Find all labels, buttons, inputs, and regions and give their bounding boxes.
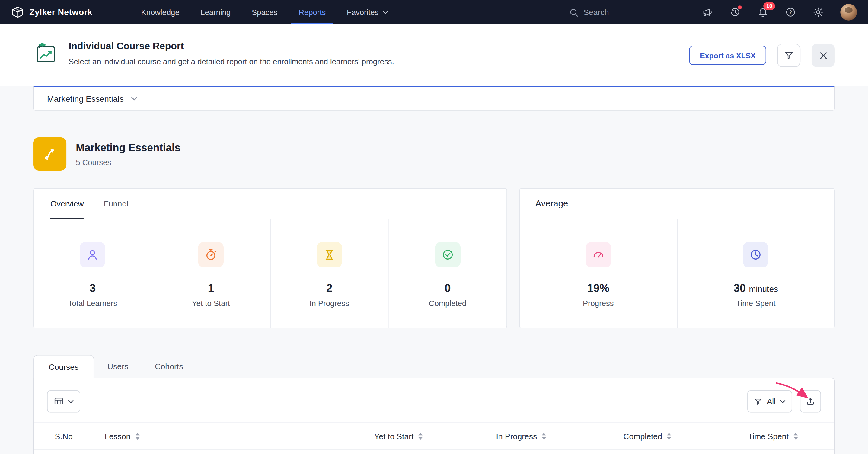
user-avatar[interactable] (840, 4, 857, 21)
search-label: Search (583, 8, 609, 17)
user-icon (80, 242, 105, 268)
export-xlsx-button[interactable]: Export as XLSX (689, 46, 766, 65)
export-icon (806, 396, 815, 406)
funnel-icon (784, 51, 794, 60)
notification-dot (738, 5, 742, 9)
overview-card-tabs: Overview Funnel (34, 189, 506, 219)
stat-label: In Progress (309, 299, 349, 308)
stat-label: Progress (583, 299, 614, 308)
nav-item-favorites[interactable]: Favorites (336, 0, 398, 25)
chevron-down-icon (382, 10, 388, 14)
tab-cohorts[interactable]: Cohorts (142, 355, 196, 378)
stat-label: Total Learners (68, 299, 117, 308)
sort-icon (793, 432, 799, 440)
stat-label: Completed (429, 299, 466, 308)
courses-table-panel: All S.No Lesson (33, 377, 835, 454)
activity-history-icon[interactable] (730, 7, 741, 18)
table-toolbar: All (34, 378, 834, 423)
search-control[interactable]: Search (569, 7, 609, 17)
stat-value: 19% (587, 282, 609, 295)
nav-links: Knowledge Learning Spaces Reports Favori… (131, 0, 399, 25)
filter-button[interactable] (777, 44, 800, 67)
stat-value: 0 (444, 282, 451, 295)
sort-icon (666, 432, 672, 440)
stat-value: 3 (90, 282, 96, 295)
column-header-lesson[interactable]: Lesson (105, 432, 374, 441)
stat-yet-to-start: 1 Yet to Start (152, 219, 270, 328)
overview-card: Overview Funnel 3 Total Learners (33, 188, 507, 328)
column-header-time-spent[interactable]: Time Spent (748, 432, 834, 441)
announcement-icon[interactable] (702, 7, 713, 18)
column-header-yet-to-start[interactable]: Yet to Start (374, 432, 496, 441)
table-export-button[interactable] (800, 390, 821, 412)
brand-name: Zylker Network (29, 7, 92, 17)
column-selector-button[interactable] (47, 390, 80, 412)
stopwatch-icon (198, 242, 224, 268)
column-header-sno: S.No (55, 432, 105, 441)
chevron-down-icon (780, 399, 785, 403)
funnel-icon (754, 397, 763, 406)
active-tab-underline (51, 218, 84, 219)
course-selector-dropdown[interactable]: Marketing Essentials (33, 86, 835, 111)
nav-icon-group: 10 ? (702, 4, 857, 21)
stat-in-progress: 2 In Progress (270, 219, 388, 328)
average-card: Average 19% Progress (519, 188, 835, 328)
close-icon (818, 51, 828, 60)
average-stats: 19% Progress 30 minutes Time Spent (520, 219, 834, 328)
column-header-completed[interactable]: Completed (623, 432, 748, 441)
sort-icon (417, 432, 424, 440)
bell-icon[interactable]: 10 (757, 7, 768, 18)
course-selector-value: Marketing Essentials (47, 94, 124, 103)
notification-count-badge: 10 (764, 2, 775, 10)
tab-funnel[interactable]: Funnel (104, 189, 128, 218)
stat-value: 1 (208, 282, 214, 295)
page-subtitle: Select an individual course and get a de… (68, 57, 394, 66)
filter-value: All (767, 397, 776, 406)
brand-logo-icon (11, 5, 25, 19)
tab-overview[interactable]: Overview (51, 189, 84, 218)
clock-icon (743, 242, 768, 268)
stat-time-spent: 30 minutes Time Spent (677, 219, 834, 328)
course-count: 5 Courses (76, 158, 181, 166)
stat-unit: minutes (749, 284, 778, 294)
overview-stats: 3 Total Learners 1 Yet to Start (34, 219, 506, 328)
toolbar-right: All (748, 390, 821, 412)
course-header: Marketing Essentials 5 Courses (33, 138, 835, 171)
brand[interactable]: Zylker Network (11, 5, 93, 19)
close-button[interactable] (812, 44, 835, 67)
stat-total-learners: 3 Total Learners (34, 219, 152, 328)
nav-item-knowledge[interactable]: Knowledge (131, 0, 190, 25)
report-header: Individual Course Report Select an indiv… (0, 25, 868, 86)
header-actions: Export as XLSX (689, 44, 835, 67)
search-icon (569, 7, 579, 17)
screen: Zylker Network Knowledge Learning Spaces… (0, 0, 868, 454)
check-circle-icon (435, 242, 460, 268)
course-title: Marketing Essentials (76, 142, 181, 154)
course-path-icon (33, 138, 66, 171)
stat-label: Yet to Start (192, 299, 230, 308)
stat-label: Time Spent (736, 299, 775, 308)
stat-progress: 19% Progress (520, 219, 677, 328)
nav-item-learning[interactable]: Learning (190, 0, 242, 25)
stat-value: 2 (326, 282, 332, 295)
course-report-icon (33, 40, 59, 68)
column-header-in-progress[interactable]: In Progress (496, 432, 623, 441)
tab-courses[interactable]: Courses (33, 355, 94, 378)
table-header-row: S.No Lesson Yet to Start In Progress (34, 422, 834, 450)
nav-item-spaces[interactable]: Spaces (241, 0, 288, 25)
tab-users[interactable]: Users (94, 355, 142, 378)
average-card-title: Average (520, 189, 834, 219)
help-icon[interactable]: ? (785, 7, 796, 18)
hourglass-icon (317, 242, 342, 268)
nav-item-reports[interactable]: Reports (288, 0, 337, 25)
stat-completed: 0 Completed (388, 219, 506, 328)
top-nav: Zylker Network Knowledge Learning Spaces… (0, 0, 868, 25)
active-nav-underline (291, 23, 333, 25)
table-grid-icon (54, 396, 64, 406)
chevron-down-icon (68, 399, 74, 403)
detail-tabs: Courses Users Cohorts (33, 355, 835, 378)
sort-icon (134, 432, 140, 440)
gear-icon[interactable] (813, 7, 824, 18)
table-filter-button[interactable]: All (748, 390, 792, 412)
sort-icon (541, 432, 547, 440)
